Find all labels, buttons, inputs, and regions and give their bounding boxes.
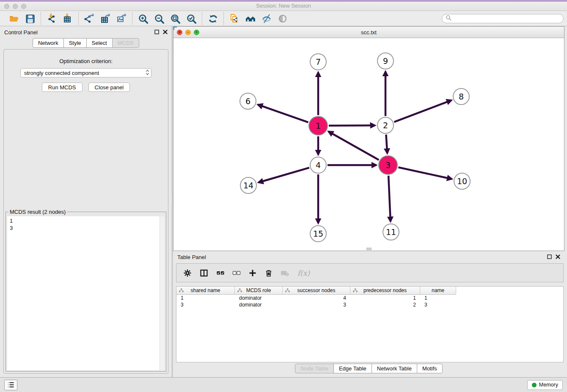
graph-node-1[interactable]: 1: [308, 116, 328, 135]
export-network-icon[interactable]: [83, 12, 96, 25]
table-tab-edge-table[interactable]: Edge Table: [333, 364, 372, 373]
network-window-controls[interactable]: ✕ − +: [177, 30, 199, 35]
table-cell[interactable]: 2: [350, 302, 420, 308]
tree-icon: [352, 288, 358, 295]
run-mcds-button[interactable]: Run MCDS: [42, 83, 83, 92]
deselect-all-checkboxes-icon[interactable]: [232, 269, 241, 277]
table-cell[interactable]: 1: [350, 295, 420, 301]
hide-graphics-icon[interactable]: [260, 12, 273, 25]
zoom-fit-icon[interactable]: [169, 12, 182, 25]
close-network-button[interactable]: ✕: [177, 30, 182, 35]
close-panel-icon[interactable]: [163, 29, 168, 36]
table-cell[interactable]: dominator: [235, 295, 283, 301]
maximize-network-button[interactable]: +: [194, 30, 199, 35]
graph-node-6[interactable]: 6: [239, 93, 256, 110]
tab-network[interactable]: Network: [33, 38, 64, 48]
show-graphics-icon[interactable]: [276, 12, 289, 25]
graph-edge-1-2[interactable]: [329, 125, 375, 126]
table-cell[interactable]: 1: [420, 295, 456, 301]
result-scrollbar[interactable]: [160, 216, 165, 370]
float-table-panel-icon[interactable]: [547, 254, 552, 260]
graph-edge-3-10[interactable]: [398, 167, 451, 179]
zoom-out-icon[interactable]: [153, 12, 165, 25]
window-title: Session: New Session: [0, 3, 567, 9]
network-window-titlebar[interactable]: ✕ − + scc.txt: [173, 27, 564, 38]
minimize-network-button[interactable]: −: [185, 30, 191, 35]
tab-select[interactable]: Select: [86, 38, 113, 48]
save-session-icon[interactable]: [24, 12, 36, 25]
task-history-button[interactable]: [4, 380, 17, 390]
add-row-icon[interactable]: [248, 269, 257, 277]
column-header-mcds-role[interactable]: MCDS role: [235, 287, 283, 295]
column-header-successor-nodes[interactable]: successor nodes: [283, 287, 350, 295]
select-all-checkboxes-icon[interactable]: [216, 269, 225, 277]
home-view-icon[interactable]: [244, 12, 257, 25]
open-session-icon[interactable]: [8, 12, 20, 25]
table-tabs: Node TableEdge TableNetwork TableMotifs: [295, 364, 442, 373]
graph-node-4[interactable]: 4: [310, 157, 327, 174]
table-cell[interactable]: dominator: [235, 302, 283, 308]
duplicate-network-icon[interactable]: [228, 12, 241, 25]
graph-node-9[interactable]: 9: [377, 52, 394, 69]
import-network-icon[interactable]: [45, 12, 58, 25]
focus-corner: [173, 27, 177, 30]
toolbar-group: [41, 12, 78, 25]
table-tab-node-table[interactable]: Node Table: [295, 364, 334, 373]
graph-edge-1-6[interactable]: [258, 105, 308, 122]
search-box[interactable]: [442, 14, 564, 23]
export-table-icon[interactable]: [99, 12, 112, 25]
export-image-icon[interactable]: [115, 12, 128, 25]
status-bar: Memory: [0, 377, 567, 392]
gear-icon[interactable]: [183, 269, 192, 277]
graph-edge-3-1[interactable]: [328, 132, 379, 160]
float-panel-icon[interactable]: [154, 29, 159, 36]
graph-edge-4-14[interactable]: [259, 168, 309, 182]
column-label: MCDS role: [246, 287, 271, 293]
graph-node-11[interactable]: 11: [383, 224, 399, 240]
zoom-in-icon[interactable]: [137, 12, 149, 25]
column-header-name[interactable]: name: [420, 287, 456, 295]
graph-node-10[interactable]: 10: [454, 173, 471, 190]
table-cell[interactable]: 3: [283, 302, 350, 308]
tab-style[interactable]: Style: [63, 38, 87, 48]
graph-edge-2-3[interactable]: [386, 135, 387, 153]
canvas-splitter-handle[interactable]: [366, 248, 372, 250]
table-cell[interactable]: 4: [283, 295, 350, 301]
tab-mcds[interactable]: MCDS: [112, 38, 139, 48]
split-columns-icon[interactable]: [199, 269, 209, 277]
table-cell[interactable]: 3: [420, 302, 456, 308]
zoom-selected-icon[interactable]: [185, 12, 198, 25]
table-tab-motifs[interactable]: Motifs: [417, 364, 443, 373]
graph-node-15[interactable]: 15: [310, 225, 327, 242]
close-panel-button[interactable]: Close panel: [88, 83, 130, 92]
memory-button[interactable]: Memory: [527, 380, 563, 390]
toolbar-group: [132, 12, 202, 25]
table-cell[interactable]: 1: [176, 295, 235, 301]
import-table-icon[interactable]: [61, 12, 74, 25]
table-row[interactable]: 3dominator323: [176, 301, 563, 308]
graph-node-2[interactable]: 2: [377, 117, 394, 134]
node-table[interactable]: shared nameMCDS rolesuccessor nodesprede…: [176, 286, 564, 362]
table-cell[interactable]: 3: [176, 302, 235, 308]
search-input[interactable]: [454, 15, 560, 22]
graph-node-14[interactable]: 14: [240, 177, 257, 194]
main-toolbar: [0, 11, 567, 26]
delete-table-icon: [281, 269, 290, 277]
graph-edge-2-8[interactable]: [394, 100, 451, 122]
table-tab-network-table[interactable]: Network Table: [372, 364, 417, 373]
graph-edge-3-11[interactable]: [388, 176, 391, 221]
criterion-value: strongly connected component: [24, 70, 99, 76]
table-row[interactable]: 1dominator411: [176, 295, 563, 301]
mcds-result-text: 1 3: [7, 216, 165, 232]
mcds-result-area[interactable]: 1 3: [7, 216, 165, 370]
graph-node-8[interactable]: 8: [453, 88, 470, 105]
column-header-predecessor-nodes[interactable]: predecessor nodes: [350, 287, 420, 295]
network-canvas[interactable]: 7968124314101511: [173, 38, 564, 251]
close-table-panel-icon[interactable]: [556, 254, 560, 260]
delete-row-icon[interactable]: [264, 269, 273, 277]
graph-node-7[interactable]: 7: [310, 53, 327, 70]
column-header-shared-name[interactable]: shared name: [176, 287, 235, 295]
refresh-layout-icon[interactable]: [206, 12, 219, 25]
criterion-dropdown[interactable]: strongly connected component: [20, 68, 151, 77]
graph-node-3[interactable]: 3: [378, 155, 398, 175]
